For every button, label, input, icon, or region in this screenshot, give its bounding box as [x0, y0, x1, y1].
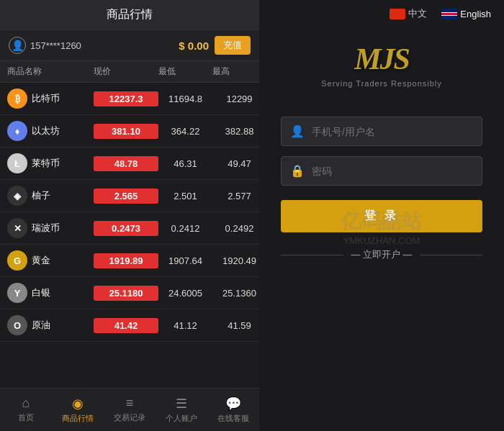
recharge-button[interactable]: 充值: [215, 36, 251, 55]
low-price: 41.12: [158, 320, 212, 331]
nav-item[interactable]: ◉ 商品行情: [52, 393, 104, 427]
username-input-group: 👤: [281, 117, 482, 146]
cn-flag: [390, 9, 405, 19]
coin-icon: Y: [7, 283, 27, 303]
nav-icon: ≡: [126, 396, 134, 411]
user-field-icon: 👤: [290, 124, 305, 138]
coin-name: 莱特币: [32, 157, 60, 170]
balance-section: $ 0.00 充值: [179, 36, 251, 55]
lang-bar: 中文 English: [259, 0, 504, 27]
nav-label: 交易记录: [114, 412, 145, 423]
current-price: 1919.89: [94, 253, 158, 268]
nav-item[interactable]: ⌂ 首页: [0, 393, 52, 427]
high-price: 25.1360: [212, 288, 259, 299]
table-row[interactable]: G 黄金 1919.89 1907.64 1920.49: [0, 245, 259, 277]
coin-icon: O: [7, 315, 27, 335]
low-price: 1907.64: [158, 255, 212, 266]
login-button[interactable]: 登 录: [281, 200, 482, 232]
logo-text: MJS: [354, 42, 409, 76]
left-panel: 商品行情 👤 157****1260 $ 0.00 充值 商品名称 现价 最低 …: [0, 0, 259, 431]
coin-name: 黄金: [32, 254, 50, 267]
left-divider: [281, 255, 343, 255]
coin-info: ◈ 柚子: [7, 186, 94, 206]
nav-icon: ◉: [72, 396, 84, 412]
table-header: 商品名称 现价 最低 最高: [0, 61, 259, 83]
current-price: 12237.3: [94, 91, 158, 106]
user-icon: 👤: [9, 37, 26, 54]
table-row[interactable]: Y 白银 25.1180 24.6005 25.1360: [0, 277, 259, 309]
coin-icon: ✕: [7, 218, 27, 238]
password-input[interactable]: [312, 165, 473, 177]
nav-label: 首页: [18, 412, 34, 423]
en-flag: [441, 9, 457, 19]
current-price: 41.42: [94, 318, 158, 333]
low-price: 0.2412: [158, 223, 212, 234]
coin-info: Y 白银: [7, 283, 94, 303]
account-bar: 👤 157****1260 $ 0.00 充值: [0, 30, 259, 61]
high-price: 0.2492: [212, 223, 259, 234]
current-price: 381.10: [94, 124, 158, 139]
nav-label: 个人账户: [166, 413, 197, 424]
high-price: 12299: [212, 94, 259, 104]
coin-name: 比特币: [32, 92, 60, 105]
low-price: 24.6005: [158, 288, 212, 299]
login-form: 👤 🔒 登 录 — 立即开户 —: [259, 102, 504, 276]
nav-label: 在线客服: [217, 413, 249, 424]
logo-section: MJS Serving Traders Responsibly: [259, 27, 504, 95]
table-row[interactable]: ♦ 以太坊 381.10 364.22 382.88: [0, 115, 259, 148]
coin-name: 柚子: [32, 189, 50, 202]
chinese-lang-button[interactable]: 中文: [385, 6, 431, 22]
coin-name: 以太坊: [32, 124, 60, 137]
register-link: — 立即开户 —: [281, 248, 482, 261]
current-price: 25.1180: [94, 286, 158, 301]
lock-field-icon: 🔒: [290, 164, 305, 178]
coin-name: 原油: [32, 319, 50, 332]
table-row[interactable]: O 原油 41.42 41.12 41.59: [0, 309, 259, 342]
coin-name: 瑞波币: [32, 222, 60, 235]
nav-item[interactable]: 💬 在线客服: [207, 393, 259, 427]
low-price: 364.22: [158, 126, 212, 137]
username: 157****1260: [30, 40, 81, 51]
english-label: English: [460, 9, 491, 19]
low-price: 2.501: [158, 191, 212, 201]
coin-icon: ♦: [7, 121, 27, 141]
right-divider: [420, 255, 482, 255]
coin-icon: G: [7, 250, 27, 271]
account-info: 👤 157****1260: [9, 37, 81, 54]
high-price: 49.47: [212, 158, 259, 169]
register-text[interactable]: — 立即开户 —: [351, 248, 412, 261]
nav-icon: ☰: [176, 396, 187, 412]
market-header: 商品行情: [0, 0, 259, 30]
coin-info: ♦ 以太坊: [7, 121, 94, 141]
bottom-nav: ⌂ 首页 ◉ 商品行情 ≡ 交易记录 ☰ 个人账户 💬 在线客服: [0, 388, 259, 431]
table-row[interactable]: ₿ 比特币 12237.3 11694.8 12299: [0, 83, 259, 115]
current-price: 0.2473: [94, 221, 158, 236]
nav-icon: ⌂: [22, 396, 30, 411]
coin-info: Ł 莱特币: [7, 153, 94, 173]
nav-item[interactable]: ☰ 个人账户: [156, 393, 207, 427]
high-price: 41.59: [212, 320, 259, 331]
coin-icon: ₿: [7, 89, 27, 109]
high-price: 1920.49: [212, 255, 259, 266]
current-price: 2.565: [94, 189, 158, 204]
coin-info: G 黄金: [7, 250, 94, 271]
coin-info: ✕ 瑞波币: [7, 218, 94, 238]
table-row[interactable]: Ł 莱特币 48.78 46.31 49.47: [0, 148, 259, 180]
coin-icon: ◈: [7, 186, 27, 206]
right-panel: 中文 English MJS Serving Traders Responsib…: [259, 0, 504, 431]
current-price: 48.78: [94, 156, 158, 171]
market-table: ₿ 比特币 12237.3 11694.8 12299 ♦ 以太坊 381.10…: [0, 83, 259, 388]
table-row[interactable]: ◈ 柚子 2.565 2.501 2.577: [0, 180, 259, 212]
nav-item[interactable]: ≡ 交易记录: [104, 393, 156, 427]
balance-amount: $ 0.00: [179, 40, 209, 52]
table-row[interactable]: ✕ 瑞波币 0.2473 0.2412 0.2492: [0, 212, 259, 245]
coin-icon: Ł: [7, 153, 27, 173]
english-lang-button[interactable]: English: [437, 7, 495, 21]
high-price: 2.577: [212, 191, 259, 201]
coin-name: 白银: [32, 286, 50, 299]
password-input-group: 🔒: [281, 156, 482, 186]
low-price: 46.31: [158, 158, 212, 169]
low-price: 11694.8: [158, 94, 212, 104]
nav-icon: 💬: [225, 396, 241, 412]
username-input[interactable]: [312, 126, 473, 137]
